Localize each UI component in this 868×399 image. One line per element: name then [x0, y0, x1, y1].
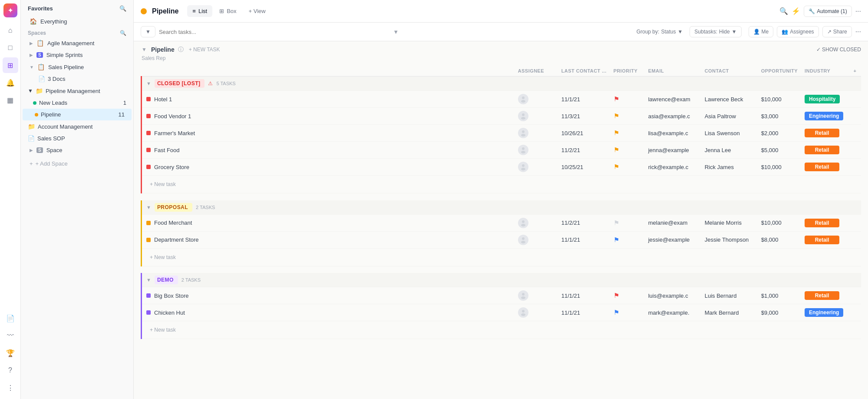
task-contact: Melanie Morris	[701, 214, 758, 231]
table-row[interactable]: Hotel 1 11/1/21 ⚑ lawrence@exam Lawrence…	[142, 91, 861, 108]
trophy-nav-icon[interactable]: 🏆	[3, 345, 18, 361]
spaces-search-icon[interactable]: 🔍	[120, 30, 126, 36]
priority-flag-icon[interactable]: ⚑	[614, 219, 619, 226]
sidebar-item-sprints[interactable]: ▶ S Simple Sprints	[23, 49, 132, 61]
task-name[interactable]: Hotel 1	[154, 96, 172, 103]
priority-flag-icon[interactable]: ⚑	[614, 309, 619, 316]
assignee-avatar[interactable]	[518, 128, 528, 138]
priority-flag-icon[interactable]: ⚑	[614, 236, 619, 243]
table-row[interactable]: Food Merchant 11/2/21 ⚑ melanie@exam Mel…	[142, 214, 861, 231]
favorites-label: Favorites	[28, 5, 53, 12]
group-collapse-btn-closed-lost[interactable]: ▼	[146, 81, 151, 86]
task-name[interactable]: Farmer's Market	[154, 130, 195, 136]
filter-button[interactable]: ▼	[141, 26, 155, 37]
assignee-avatar[interactable]	[518, 111, 528, 121]
table-row[interactable]: Big Box Store 11/1/21 ⚑ luis@example.c L…	[142, 287, 861, 304]
sidebar-item-new-leads[interactable]: New Leads 1	[21, 97, 133, 109]
task-name[interactable]: Chicken Hut	[154, 309, 185, 316]
pulse-nav-icon[interactable]: 〰	[3, 328, 18, 343]
assignees-button[interactable]: 👥 Assignees	[777, 26, 818, 37]
share-button[interactable]: ↗ Share	[822, 26, 852, 37]
sidebar-item-sales-pipeline[interactable]: ▼ 📋 Sales Pipeline	[23, 61, 132, 73]
priority-flag-icon[interactable]: ⚑	[614, 146, 619, 153]
assignee-avatar[interactable]	[518, 307, 528, 318]
pipeline-collapse-button[interactable]: ▼	[141, 47, 148, 53]
assignee-avatar[interactable]	[518, 162, 528, 172]
priority-flag-icon[interactable]: ⚑	[614, 129, 619, 136]
table-row[interactable]: Chicken Hut 11/1/21 ⚑ mark@example. Mark…	[142, 304, 861, 321]
assignee-avatar[interactable]	[518, 94, 528, 104]
assignee-avatar[interactable]	[518, 218, 528, 228]
pipeline-top-section: ▼ Pipeline ⓘ + NEW TASK ✓ SHOW CLOSED Sa…	[134, 41, 868, 66]
more-filter-icon[interactable]: ···	[855, 28, 861, 36]
task-name[interactable]: Food Merchant	[154, 219, 192, 226]
priority-flag-icon[interactable]: ⚑	[614, 292, 619, 299]
new-task-button-proposal[interactable]: + New task	[146, 252, 179, 263]
sidebar-item-everything[interactable]: 🏠 Everything	[23, 15, 132, 27]
sales-pipeline-label: Sales Pipeline	[48, 64, 84, 70]
sidebar-search-icon[interactable]: 🔍	[119, 5, 126, 12]
col-header-add[interactable]: +	[849, 66, 861, 76]
sidebar-item-space[interactable]: ▶ S Space	[23, 144, 132, 156]
doc-nav-icon[interactable]: 📄	[3, 310, 18, 326]
table-row[interactable]: Grocery Store 10/25/21 ⚑ rick@example.c …	[142, 159, 861, 176]
subtasks-button[interactable]: Subtasks: Hide ▼	[690, 26, 741, 37]
pipeline-mgmt-add-icon[interactable]: +	[123, 88, 126, 94]
table-row[interactable]: Food Vendor 1 11/3/21 ⚑ asia@example.c A…	[142, 108, 861, 125]
priority-flag-icon[interactable]: ⚑	[614, 95, 619, 103]
add-space-button[interactable]: + + Add Space	[23, 158, 132, 170]
task-industry: Retail	[801, 142, 849, 159]
group-collapse-btn-demo[interactable]: ▼	[146, 277, 151, 283]
filter-bar: ▼ ▼ Group by: Status ▼ Subtasks: Hide ▼ …	[134, 23, 868, 41]
show-closed-button[interactable]: ✓ SHOW CLOSED	[816, 47, 861, 53]
search-input[interactable]	[159, 29, 389, 35]
me-button[interactable]: 👤 Me	[749, 26, 774, 37]
group-collapse-btn-proposal[interactable]: ▼	[146, 205, 151, 210]
inbox-nav-icon[interactable]: □	[3, 40, 18, 56]
table-row[interactable]: Fast Food 11/2/21 ⚑ jenna@example Jenna …	[142, 142, 861, 159]
task-name-cell: Fast Food	[146, 147, 511, 153]
task-color-dot	[146, 148, 151, 152]
task-name[interactable]: Grocery Store	[154, 164, 189, 170]
task-name[interactable]: Big Box Store	[154, 293, 189, 299]
task-name[interactable]: Department Store	[154, 236, 199, 243]
tab-add-view[interactable]: + View	[244, 5, 271, 17]
table-row[interactable]: Farmer's Market 10/26/21 ⚑ lisa@example.…	[142, 125, 861, 142]
apps-nav-icon[interactable]: ⊞	[3, 57, 18, 73]
more-nav-icon[interactable]: ⋮	[3, 380, 18, 396]
group-by-selector[interactable]: Group by: Status ▼	[637, 29, 683, 35]
new-task-button-closed-lost[interactable]: + New task	[146, 179, 179, 190]
assignee-avatar[interactable]	[518, 235, 528, 245]
grid-nav-icon[interactable]: ▦	[3, 92, 18, 108]
sidebar-item-docs[interactable]: 📄 3 Docs	[21, 73, 133, 85]
lightning-icon[interactable]: ⚡	[792, 7, 800, 15]
tab-list[interactable]: ≡ List	[187, 5, 212, 17]
automate-button[interactable]: 🔧 Automate (1)	[804, 6, 851, 17]
task-name[interactable]: Fast Food	[154, 147, 180, 153]
help-nav-icon[interactable]: ?	[3, 362, 18, 378]
more-options-icon[interactable]: ···	[855, 7, 861, 15]
box-tab-label: Box	[227, 8, 236, 14]
priority-flag-icon[interactable]: ⚑	[614, 112, 619, 120]
priority-flag-icon[interactable]: ⚑	[614, 163, 619, 170]
new-task-top-button[interactable]: + NEW TASK	[189, 47, 220, 53]
home-nav-icon[interactable]: ⌂	[3, 23, 18, 38]
sidebar-item-account-mgmt[interactable]: 📁 Account Management	[21, 120, 133, 133]
search-icon[interactable]: 🔍	[779, 7, 788, 15]
task-color-dot	[146, 165, 151, 169]
sidebar-item-agile[interactable]: ▶ 📋 Agile Management	[23, 37, 132, 49]
sidebar-item-pipeline-mgmt[interactable]: ▼ 📁 Pipeline Management ··· +	[21, 85, 133, 97]
sidebar-item-sales-sop[interactable]: 📄 Sales SOP	[21, 133, 133, 144]
bell-nav-icon[interactable]: 🔔	[3, 75, 18, 90]
tab-box[interactable]: ⊞ Box	[214, 5, 241, 17]
app-logo[interactable]: ✦	[3, 3, 17, 17]
new-task-button-demo[interactable]: + New task	[146, 324, 179, 336]
pipeline-status-dot	[141, 8, 147, 14]
search-dropdown-icon[interactable]: ▼	[393, 29, 399, 35]
table-row[interactable]: Department Store 11/1/21 ⚑ jessie@exampl…	[142, 231, 861, 248]
task-name[interactable]: Food Vendor 1	[154, 113, 191, 120]
assignee-avatar[interactable]	[518, 145, 528, 155]
pipeline-mgmt-more-icon[interactable]: ···	[117, 88, 122, 94]
assignee-avatar[interactable]	[518, 290, 528, 301]
sidebar-item-pipeline[interactable]: Pipeline 11	[23, 109, 132, 120]
